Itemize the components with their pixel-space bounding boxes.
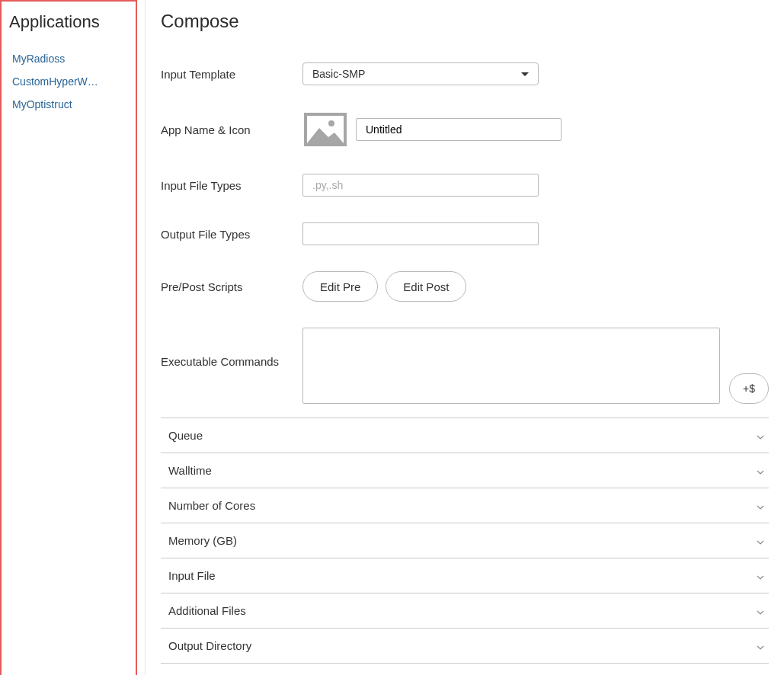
app-icon-picker[interactable] (302, 111, 348, 148)
input-template-select[interactable]: Basic-SMP (302, 62, 539, 85)
sidebar-item-customhyperw[interactable]: CustomHyperW… (9, 70, 128, 93)
output-file-types-label: Output File Types (161, 228, 302, 241)
accordion-memory[interactable]: Memory (GB) (161, 523, 769, 558)
accordion-cores[interactable]: Number of Cores (161, 488, 769, 523)
main-content: Compose Input Template Basic-SMP App Nam… (145, 0, 784, 675)
chevron-down-icon (757, 429, 764, 442)
accordion-output-directory-label: Output Directory (168, 639, 251, 652)
sidebar: Applications MyRadioss CustomHyperW… MyO… (0, 0, 137, 675)
app-name-icon-label: App Name & Icon (161, 123, 302, 136)
chevron-down-icon (757, 499, 764, 512)
accordion-additional-files-label: Additional Files (168, 604, 246, 617)
prepost-label: Pre/Post Scripts (161, 280, 302, 293)
page-title: Compose (161, 11, 769, 32)
input-file-types-label: Input File Types (161, 179, 302, 192)
input-template-value: Basic-SMP (312, 68, 365, 80)
accordion-cores-label: Number of Cores (168, 499, 255, 512)
accordion-input-file[interactable]: Input File (161, 558, 769, 593)
sidebar-title: Applications (9, 12, 128, 32)
edit-post-button[interactable]: Edit Post (386, 271, 466, 302)
sidebar-item-myoptistruct[interactable]: MyOptistruct (9, 93, 128, 116)
accordion-queue[interactable]: Queue (161, 418, 769, 453)
exec-commands-label: Executable Commands (161, 328, 302, 368)
edit-pre-button[interactable]: Edit Pre (302, 271, 378, 302)
accordion-walltime[interactable]: Walltime (161, 453, 769, 488)
chevron-down-icon (757, 464, 764, 477)
chevron-down-icon (757, 639, 764, 652)
accordion-output-directory[interactable]: Output Directory (161, 629, 769, 663)
exec-commands-textarea[interactable] (302, 328, 720, 404)
chevron-down-icon (757, 604, 764, 617)
accordion-input-file-label: Input File (168, 569, 216, 582)
input-template-label: Input Template (161, 68, 302, 81)
chevron-down-icon (757, 534, 764, 547)
accordion-queue-label: Queue (168, 429, 203, 442)
sidebar-item-myradioss[interactable]: MyRadioss (9, 47, 128, 70)
input-file-types-input[interactable] (302, 174, 539, 197)
svg-point-2 (328, 120, 334, 126)
accordion-walltime-label: Walltime (168, 464, 212, 477)
output-file-types-input[interactable] (302, 222, 539, 245)
app-name-input[interactable] (356, 118, 562, 141)
chevron-down-icon (757, 569, 764, 582)
accordion-memory-label: Memory (GB) (168, 534, 237, 547)
add-variable-button[interactable]: +$ (729, 373, 769, 404)
accordion: Queue Walltime Number of Cores (161, 417, 769, 664)
accordion-additional-files[interactable]: Additional Files (161, 593, 769, 628)
